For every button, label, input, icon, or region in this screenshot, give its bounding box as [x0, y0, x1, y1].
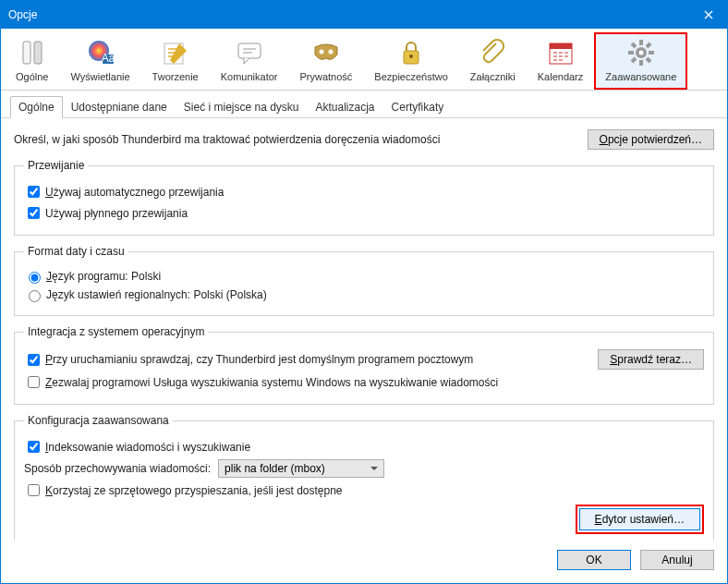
date-regional-radio[interactable]: [29, 290, 41, 302]
compose-icon: [161, 38, 190, 67]
tab-general[interactable]: Ogólne: [10, 96, 63, 118]
mask-icon: [311, 38, 341, 67]
toolbar-general[interactable]: Ogólne: [5, 32, 59, 90]
date-program-radio[interactable]: [29, 272, 41, 284]
chat-icon: [235, 38, 264, 67]
tab-certificates[interactable]: Certyfikaty: [383, 96, 453, 117]
svg-rect-1: [34, 42, 42, 64]
advanced-config-group: Konfiguracja zaawansowana Indeksowanie w…: [14, 414, 714, 541]
smoothscroll-checkbox[interactable]: [28, 207, 40, 219]
svg-text:Aa: Aa: [101, 52, 115, 65]
svg-rect-6: [238, 43, 261, 58]
category-toolbar: Ogólne Aa Wyświetlanie Tworzenie Komunik…: [1, 29, 727, 91]
toolbar-calendar[interactable]: Kalendarz: [527, 32, 595, 90]
svg-point-14: [638, 51, 643, 55]
tab-network[interactable]: Sieć i miejsce na dysku: [176, 96, 308, 117]
default-client-checkbox[interactable]: [28, 354, 40, 366]
autoscroll-label: Używaj automatycznego przewijania: [45, 186, 224, 199]
scrolling-group: Przewijanie Używaj automatycznego przewi…: [14, 159, 714, 236]
window-title: Opcje: [8, 8, 698, 21]
toolbar-attachments[interactable]: Załączniki: [459, 32, 527, 90]
titlebar: Opcje: [1, 1, 727, 29]
config-editor-button[interactable]: Edytor ustawień…: [579, 508, 700, 530]
lock-icon: [396, 38, 426, 67]
toolbar-chat[interactable]: Komunikator: [210, 32, 289, 90]
storage-select[interactable]: plik na folder (mbox): [218, 459, 384, 478]
toolbar-display[interactable]: Aa Wyświetlanie: [59, 32, 140, 90]
date-legend: Format daty i czasu: [24, 245, 128, 258]
allow-search-checkbox[interactable]: [28, 376, 40, 388]
hw-accel-label: Korzystaj ze sprzętowego przyspieszania,…: [45, 484, 343, 497]
hw-accel-checkbox[interactable]: [28, 484, 40, 496]
integration-group: Integracja z systemem operacyjnym Przy u…: [14, 325, 714, 405]
advanced-legend: Konfiguracja zaawansowana: [24, 414, 173, 427]
toolbar-privacy[interactable]: Prywatność: [288, 32, 363, 90]
date-regional-label: Język ustawień regionalnych: Polski (Pol…: [46, 288, 267, 301]
calendar-icon: [546, 38, 576, 67]
sub-tabs: Ogólne Udostępniane dane Sieć i miejsce …: [1, 91, 727, 118]
autoscroll-checkbox[interactable]: [28, 186, 40, 198]
tab-content: Określ, w jaki sposób Thunderbird ma tra…: [1, 118, 727, 541]
indexing-checkbox[interactable]: [28, 441, 40, 453]
allow-search-label: Zezwalaj programowi Usługa wyszukiwania …: [45, 376, 498, 389]
close-icon[interactable]: [698, 4, 720, 26]
ok-button[interactable]: OK: [557, 550, 631, 570]
receipts-desc: Określ, w jaki sposób Thunderbird ma tra…: [14, 133, 588, 146]
general-icon: [18, 38, 47, 67]
gear-icon: [626, 38, 656, 67]
cancel-button[interactable]: Anuluj: [640, 550, 714, 570]
svg-point-7: [319, 50, 323, 55]
svg-rect-12: [550, 43, 572, 49]
smoothscroll-label: Używaj płynnego przewijania: [45, 207, 188, 220]
svg-point-8: [328, 50, 333, 55]
date-group: Format daty i czasu Język programu: Pols…: [14, 245, 714, 316]
toolbar-composition[interactable]: Tworzenie: [141, 32, 210, 90]
svg-point-10: [409, 55, 413, 58]
receipts-options-button[interactable]: OOpcje potwierdzeń…pcje potwierdzeń…: [588, 129, 714, 150]
default-client-label: Przy uruchamianiu sprawdzaj, czy Thunder…: [45, 353, 473, 366]
date-program-label: Język programu: Polski: [46, 270, 161, 283]
display-icon: Aa: [86, 38, 115, 67]
editor-highlight: Edytor ustawień…: [576, 505, 704, 534]
toolbar-advanced[interactable]: Zaawansowane: [594, 32, 687, 90]
check-now-button[interactable]: Sprawdź teraz…: [598, 349, 704, 370]
clip-icon: [478, 38, 507, 67]
toolbar-security[interactable]: Bezpieczeństwo: [363, 32, 459, 90]
svg-rect-0: [23, 42, 30, 64]
dialog-footer: OK Anuluj: [1, 541, 727, 583]
tab-shared-data[interactable]: Udostępniane dane: [63, 96, 176, 117]
indexing-label: Indeksowanie wiadomości i wyszukiwanie: [45, 441, 250, 454]
scrolling-legend: Przewijanie: [24, 159, 88, 172]
tab-update[interactable]: Aktualizacja: [308, 96, 383, 117]
storage-label: Sposób przechowywania wiadomości:: [24, 462, 211, 475]
integration-legend: Integracja z systemem operacyjnym: [24, 325, 208, 338]
options-window: Opcje Ogólne Aa Wyświetlanie Tworzenie K…: [0, 0, 728, 584]
